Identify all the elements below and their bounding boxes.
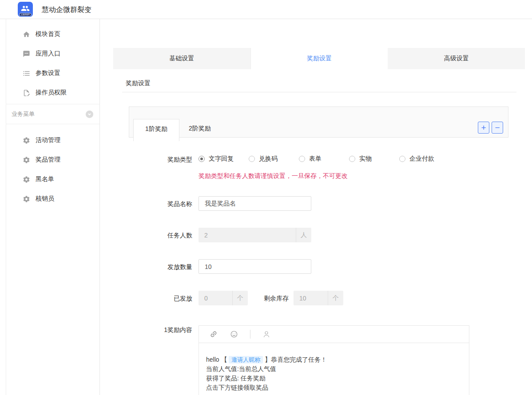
- sidebar-item-label: 模块首页: [36, 30, 60, 38]
- operator-icon: [22, 89, 30, 97]
- remaining-value: 10: [294, 295, 328, 302]
- editor-line-4: 点击下方链接领取奖品: [206, 383, 462, 392]
- radio-redeem-code[interactable]: 兑换码: [249, 155, 299, 163]
- editor-line-2: 当前人气值:当前总人气值: [206, 364, 462, 374]
- task-people-field: 2 人: [199, 228, 311, 242]
- sidebar-item-blacklist[interactable]: 黑名单: [6, 170, 99, 189]
- section-divider: [122, 92, 516, 92]
- sidebar-item-module-home[interactable]: 模块首页: [6, 24, 99, 44]
- sidebar-item-label: 活动管理: [36, 136, 60, 144]
- prize-name-label: 奖品名称: [159, 200, 192, 208]
- group-people-icon: [21, 4, 30, 13]
- radio-label: 企业付款: [409, 155, 434, 163]
- tab-advanced-settings[interactable]: 高级设置: [388, 48, 525, 69]
- sidebar-item-label: 操作员权限: [36, 89, 67, 97]
- person-icon[interactable]: [262, 330, 271, 339]
- issue-quantity-label: 发放数量: [159, 263, 192, 271]
- gear-icon: [22, 175, 30, 183]
- remaining-field: 10 个: [294, 291, 343, 305]
- sidebar-item-param-settings[interactable]: 参数设置: [6, 63, 99, 83]
- gear-icon: [22, 136, 30, 144]
- tab-stage-2-reward[interactable]: 2阶奖励: [189, 119, 211, 138]
- chat-icon: [22, 50, 30, 58]
- radio-enterprise-payment[interactable]: 企业付款: [399, 155, 434, 163]
- sidebar-item-prize-management[interactable]: 奖品管理: [6, 150, 99, 170]
- sidebar-section-label: 业务菜单: [12, 110, 35, 118]
- issued-field: 0 个: [199, 291, 248, 305]
- reward-type-radio-group: 文字回复 兑换码 表单 实物 企业付款: [199, 155, 434, 163]
- gear-icon: [22, 156, 30, 164]
- radio-form[interactable]: 表单: [299, 155, 349, 163]
- sidebar-section-business-menu: 业务菜单: [6, 104, 99, 124]
- issued-value: 0: [199, 295, 232, 302]
- sidebar-item-label: 参数设置: [36, 69, 60, 77]
- issued-unit: 个: [232, 291, 248, 305]
- sidebar-item-label: 核销员: [36, 195, 54, 203]
- link-icon[interactable]: [209, 330, 218, 339]
- prize-name-input[interactable]: [199, 196, 311, 211]
- radio-label: 文字回复: [209, 155, 234, 163]
- sidebar-item-label: 黑名单: [36, 175, 54, 183]
- radio-label: 兑换码: [259, 155, 278, 163]
- radio-icon: [299, 156, 305, 162]
- sidebar-item-verifier[interactable]: 核销员: [6, 189, 99, 209]
- toolbar-divider: [250, 330, 250, 339]
- reward-type-label: 奖励类型: [159, 156, 192, 164]
- invitee-nickname-tag: 邀请人昵称: [229, 356, 263, 363]
- editor-content[interactable]: hello 【 邀请人昵称 】恭喜您完成了任务！ 当前人气值:当前总人气值 获得…: [199, 343, 469, 392]
- radio-text-reply[interactable]: 文字回复: [199, 155, 249, 163]
- line1-suffix: 】恭喜您完成了任务！: [263, 356, 327, 363]
- radio-physical[interactable]: 实物: [349, 155, 399, 163]
- radio-icon: [349, 156, 355, 162]
- stage-tab-band: [129, 107, 508, 138]
- issued-label: 已发放: [159, 295, 192, 303]
- sidebar: 模块首页 应用入口 参数设置 操作员权限 业务菜单 活动管理 奖品管理 黑名单 …: [0, 19, 100, 395]
- warning-text: 奖励类型和任务人数请谨慎设置，一旦保存，不可更改: [199, 172, 348, 180]
- add-stage-button[interactable]: +: [478, 122, 489, 134]
- home-icon: [22, 30, 30, 38]
- issue-quantity-input[interactable]: [199, 259, 311, 274]
- page-title: 奖励设置: [126, 79, 151, 87]
- sidebar-item-activity-management[interactable]: 活动管理: [6, 130, 99, 150]
- remaining-unit: 个: [328, 291, 343, 305]
- sidebar-item-label: 奖品管理: [36, 156, 60, 164]
- task-people-unit: 人: [296, 228, 311, 242]
- line1-prefix: hello 【: [206, 356, 229, 363]
- sidebar-item-label: 应用入口: [36, 50, 60, 58]
- settings-tabs: 基础设置 奖励设置 高级设置: [113, 48, 525, 69]
- radio-icon: [199, 156, 205, 162]
- remove-stage-button[interactable]: −: [492, 122, 503, 134]
- app-title: 慧动企微群裂变: [42, 0, 91, 19]
- sidebar-item-operator-permissions[interactable]: 操作员权限: [6, 83, 99, 103]
- chevron-down-circle-icon[interactable]: [86, 111, 93, 118]
- params-icon: [22, 69, 30, 77]
- editor-toolbar: [199, 326, 469, 343]
- editor-line-1: hello 【 邀请人昵称 】恭喜您完成了任务！: [206, 355, 462, 364]
- app-logo: 企微群裂变: [18, 2, 33, 17]
- radio-icon: [399, 156, 405, 162]
- radio-icon: [249, 156, 255, 162]
- reward-content-editor: hello 【 邀请人昵称 】恭喜您完成了任务！ 当前人气值:当前总人气值 获得…: [199, 325, 469, 395]
- task-people-label: 任务人数: [159, 232, 192, 240]
- emoji-icon[interactable]: [230, 330, 238, 339]
- remaining-label: 剩余库存: [255, 295, 289, 303]
- tab-reward-settings[interactable]: 奖励设置: [251, 48, 388, 69]
- tab-basic-settings[interactable]: 基础设置: [113, 48, 251, 69]
- gear-icon: [22, 195, 30, 203]
- tab-stage-1-reward[interactable]: 1阶奖励: [133, 119, 179, 141]
- app-header: 企微群裂变 慧动企微群裂变: [0, 0, 532, 19]
- radio-label: 表单: [309, 155, 322, 163]
- task-people-value: 2: [199, 232, 296, 239]
- radio-label: 实物: [359, 155, 372, 163]
- editor-line-3: 获得了奖品: 任务奖励: [206, 374, 462, 383]
- logo-badge: 企微群裂变: [19, 13, 32, 16]
- reward-content-label: 1奖励内容: [159, 326, 192, 334]
- sidebar-item-app-entry[interactable]: 应用入口: [6, 44, 99, 63]
